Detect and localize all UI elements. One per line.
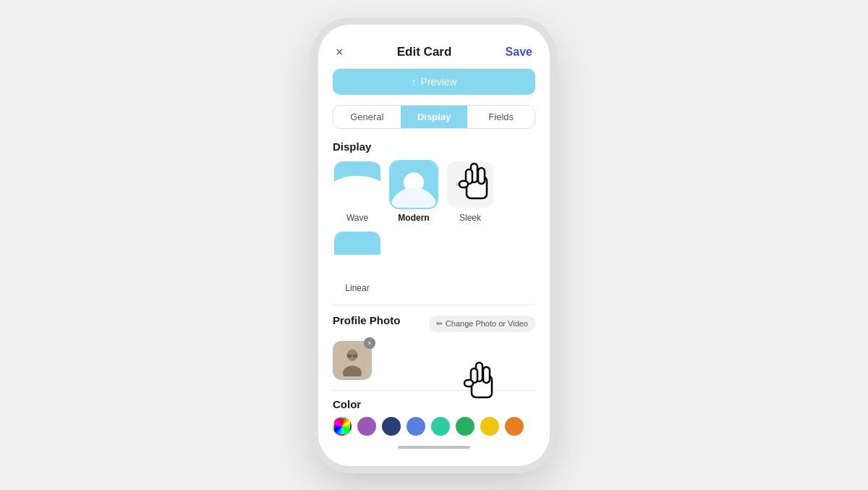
display-option-linear[interactable]: Linear (333, 230, 382, 293)
sleek-label: Sleek (459, 213, 481, 223)
color-section: Color (333, 398, 535, 436)
divider (333, 305, 535, 305)
display-option-sleek[interactable]: Sleek (446, 160, 495, 223)
color-swatch-yellow[interactable] (480, 417, 499, 436)
color-swatch-dark-blue[interactable] (382, 417, 401, 436)
page-title: Edit Card (397, 45, 452, 59)
modern-thumb-container (389, 160, 438, 209)
display-section-label: Display (333, 140, 535, 153)
home-indicator (398, 446, 470, 449)
wave-thumb (333, 160, 382, 209)
phone-shell: × Edit Card Save ↑ Preview General Displ… (318, 25, 550, 466)
linear-label: Linear (345, 283, 369, 293)
modern-label: Modern (398, 213, 429, 223)
color-swatch-green[interactable] (456, 417, 475, 436)
preview-icon: ↑ (412, 76, 417, 88)
svg-rect-3 (347, 354, 352, 357)
color-section-label: Color (333, 398, 361, 410)
color-swatches (333, 417, 535, 436)
preview-button[interactable]: ↑ Preview (333, 69, 535, 95)
svg-rect-4 (353, 354, 358, 357)
display-option-modern[interactable]: Modern (389, 160, 438, 223)
color-swatch-blue[interactable] (407, 417, 425, 436)
tab-display[interactable]: Display (401, 106, 468, 128)
phone-content: × Edit Card Save ↑ Preview General Displ… (318, 45, 550, 436)
display-option-wave[interactable]: Wave (333, 160, 382, 223)
avatar-remove-button[interactable]: × (364, 337, 375, 349)
color-swatch-purple[interactable] (357, 417, 376, 436)
sleek-thumb-container (446, 160, 495, 209)
color-swatch-teal[interactable] (431, 417, 450, 436)
avatar-container: × (333, 341, 372, 380)
save-button[interactable]: Save (506, 46, 532, 59)
linear-thumb-visual (334, 232, 380, 278)
display-options-grid: Wave Modern (333, 160, 535, 293)
modern-thumb-visual (391, 161, 437, 208)
preview-label: Preview (421, 76, 457, 88)
display-section: Display Wave (333, 140, 535, 293)
modern-curve (391, 187, 437, 208)
close-button[interactable]: × (336, 45, 344, 60)
change-photo-label: Change Photo or Video (446, 319, 528, 328)
sleek-thumb-visual (447, 161, 493, 208)
linear-thumb-container (333, 230, 382, 279)
sleek-line (456, 183, 485, 186)
wave-thumb-visual (334, 161, 380, 208)
profile-photo-section: Profile Photo ✏ Change Photo or Video (333, 314, 535, 380)
profile-header: Profile Photo ✏ Change Photo or Video (333, 314, 535, 334)
profile-section-label: Profile Photo (333, 314, 400, 326)
tab-fields[interactable]: Fields (467, 106, 535, 128)
divider-2 (333, 390, 535, 391)
change-photo-button[interactable]: ✏ Change Photo or Video (429, 316, 535, 332)
color-swatch-orange[interactable] (505, 417, 524, 436)
phone-inner: × Edit Card Save ↑ Preview General Displ… (318, 45, 550, 436)
wave-label: Wave (346, 213, 368, 223)
pencil-icon: ✏ (436, 319, 443, 329)
tab-bar: General Display Fields (333, 105, 535, 129)
tab-general[interactable]: General (333, 106, 401, 128)
color-swatch-rainbow[interactable] (333, 417, 352, 436)
avatar-image (336, 345, 368, 376)
edit-card-header: × Edit Card Save (333, 45, 535, 69)
